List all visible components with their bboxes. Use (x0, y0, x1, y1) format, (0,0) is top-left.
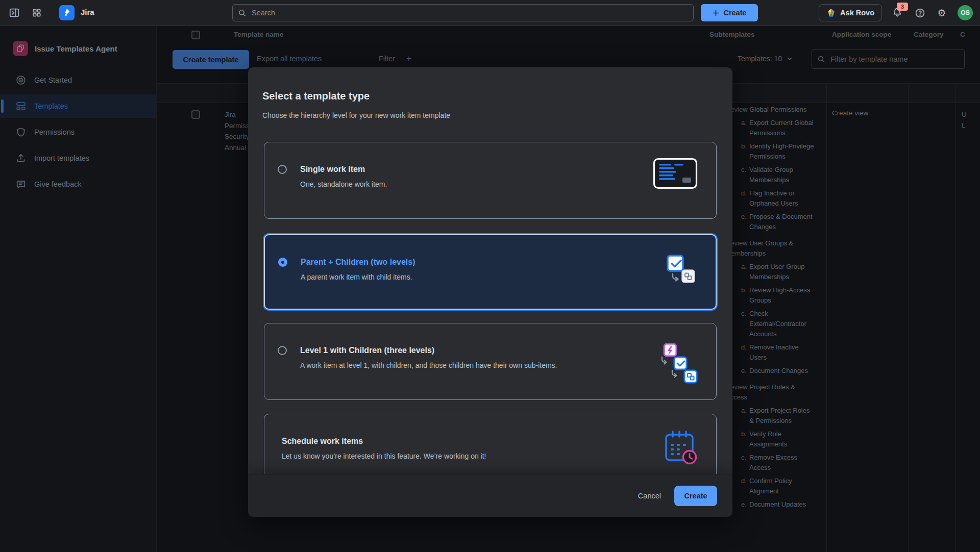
single-work-item-icon (653, 158, 698, 189)
help-icon[interactable] (914, 7, 926, 19)
option-description: Let us know you’re interested in this fe… (282, 452, 664, 460)
user-avatar[interactable]: OS (958, 5, 973, 20)
option-description: A parent work item with child items. (301, 273, 662, 281)
search-input[interactable] (251, 8, 688, 17)
top-navigation-bar: Jira Create Ask Rovo 3 (0, 0, 980, 26)
topbar-right-cluster: Ask Rovo 3 ⚙ OS (819, 4, 973, 21)
radio-selected[interactable] (278, 258, 287, 267)
app-name: Jira (81, 8, 94, 16)
option-title: Single work item (300, 164, 653, 175)
app-root: Jira Create Ask Rovo 3 (0, 0, 980, 552)
search-icon (238, 9, 247, 17)
option-title: Schedule work items (282, 436, 664, 447)
option-title: Parent + Children (two levels) (301, 257, 662, 268)
option-description: A work item at level 1, with children, a… (300, 361, 657, 369)
sidebar-toggle-icon[interactable] (6, 5, 22, 21)
create-confirm-button[interactable]: Create (674, 486, 717, 506)
cancel-button[interactable]: Cancel (630, 487, 669, 505)
create-button[interactable]: Create (701, 4, 758, 21)
ask-rovo-button[interactable]: Ask Rovo (819, 4, 882, 21)
option-description: One, standalone work item. (300, 180, 653, 188)
dialog-subtitle: Choose the hierarchy level for your new … (262, 111, 450, 119)
plus-icon (712, 9, 720, 17)
global-search[interactable] (232, 4, 694, 21)
three-level-hierarchy-icon (657, 343, 698, 385)
radio-unselected[interactable] (278, 346, 287, 355)
notification-count-badge: 3 (897, 3, 908, 11)
parent-children-icon (662, 255, 697, 288)
option-level1-with-children[interactable]: Level 1 with Children (three levels) A w… (264, 323, 717, 400)
select-template-type-dialog: Select a template type Choose the hierar… (248, 67, 732, 517)
option-parent-children[interactable]: Parent + Children (two levels) A parent … (264, 234, 717, 310)
notifications-bell-icon[interactable]: 3 (892, 7, 904, 19)
calendar-clock-icon (664, 430, 698, 465)
rovo-icon (826, 8, 836, 18)
settings-gear-icon[interactable]: ⚙ (936, 7, 948, 19)
option-single-work-item[interactable]: Single work item One, standalone work it… (264, 142, 717, 219)
dialog-footer: Cancel Create (248, 474, 732, 517)
dialog-title: Select a template type (262, 90, 370, 102)
radio-unselected[interactable] (278, 165, 287, 174)
app-switcher-icon[interactable] (29, 5, 45, 21)
jira-logo[interactable] (59, 5, 75, 20)
option-title: Level 1 with Children (three levels) (300, 345, 657, 356)
